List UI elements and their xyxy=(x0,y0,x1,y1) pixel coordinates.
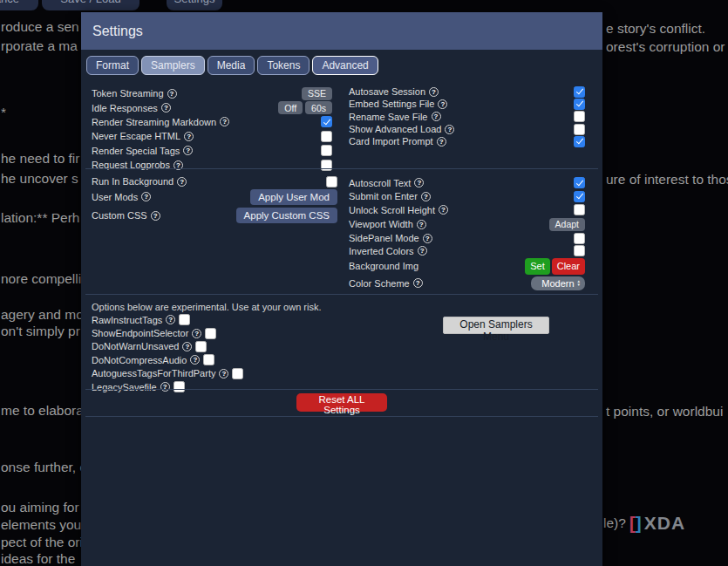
help-icon[interactable]: ? xyxy=(423,234,432,243)
setting-label: Background Img xyxy=(349,261,418,271)
autoguesstagsforthirdparty-checkbox[interactable] xyxy=(232,368,243,379)
help-icon[interactable]: ? xyxy=(160,382,170,392)
topnav-save-load-button[interactable]: Save / Load xyxy=(42,0,139,10)
tab-tokens[interactable]: Tokens xyxy=(257,56,310,75)
setting-row-autoguesstagsforthirdparty: AutoguessTagsForThirdParty ? xyxy=(92,367,405,380)
donotwarnunsaved-checkbox[interactable] xyxy=(195,341,207,352)
xda-bracket-right-icon: ] xyxy=(636,513,642,534)
apply-custom-css-button[interactable]: Apply Custom CSS xyxy=(236,208,337,223)
showendpointselector-checkbox[interactable] xyxy=(205,328,216,339)
help-icon[interactable]: ? xyxy=(183,146,193,155)
help-icon[interactable]: ? xyxy=(432,112,441,121)
help-icon[interactable]: ? xyxy=(417,220,426,229)
setting-label: Autosave Session xyxy=(349,86,425,97)
help-icon[interactable]: ? xyxy=(182,342,192,351)
help-icon[interactable]: ? xyxy=(161,103,171,113)
topnav-button-partial[interactable]: ance xyxy=(0,0,38,10)
bg-text-line: he uncover s xyxy=(1,171,78,187)
setting-label: AutoguessTagsForThirdParty xyxy=(92,368,215,378)
settings-modal: Settings Format Samplers Media Tokens Ad… xyxy=(81,12,602,566)
unlock-scroll-height-checkbox[interactable] xyxy=(574,204,585,215)
tab-samplers[interactable]: Samplers xyxy=(141,56,205,75)
setting-row-token-streaming: Token Streaming ? SSE xyxy=(92,86,332,100)
setting-row-background-img: Background Img Set Clear xyxy=(349,257,585,275)
help-icon[interactable]: ? xyxy=(151,211,160,221)
help-icon[interactable]: ? xyxy=(184,132,194,141)
bg-text-line: he need to fir xyxy=(1,151,79,167)
setting-label: DoNotCompressAudio xyxy=(92,355,187,365)
bg-text-line: ou aiming for xyxy=(1,500,79,515)
tab-advanced[interactable]: Advanced xyxy=(312,56,378,75)
bg-text-line: nore compellin xyxy=(1,271,89,287)
help-icon[interactable]: ? xyxy=(167,89,177,99)
submit-on-enter-checkbox[interactable] xyxy=(574,191,585,202)
help-icon[interactable]: ? xyxy=(220,117,229,126)
bg-text-line: agery and mo xyxy=(1,307,84,323)
background-img-clear-button[interactable]: Clear xyxy=(552,258,585,275)
autoscroll-text-checkbox[interactable] xyxy=(574,177,585,188)
show-advanced-load-checkbox[interactable] xyxy=(574,124,585,135)
idle-off-button[interactable]: Off xyxy=(278,101,303,114)
viewport-width-adapt-button[interactable]: Adapt xyxy=(549,218,585,231)
help-icon[interactable]: ? xyxy=(414,178,424,188)
color-scheme-select[interactable]: Modern ▲ ▼ xyxy=(531,276,585,290)
help-icon[interactable]: ? xyxy=(413,278,423,288)
setting-label: Run In Background xyxy=(92,176,173,187)
help-icon[interactable]: ? xyxy=(177,177,187,187)
render-special-tags-checkbox[interactable] xyxy=(321,145,332,156)
bg-text-line: on't simply pr xyxy=(1,324,80,339)
autosave-session-checkbox[interactable] xyxy=(574,86,585,98)
setting-row-show-advanced-load: Show Advanced Load ? xyxy=(349,123,585,135)
sidepanel-mode-checkbox[interactable] xyxy=(574,233,585,244)
help-icon[interactable]: ? xyxy=(219,369,228,378)
setting-row-render-streaming-markdown: Render Streaming Markdown ? xyxy=(92,115,332,129)
experimental-note: Options below are experimental. Use at y… xyxy=(92,302,322,312)
help-icon[interactable]: ? xyxy=(190,355,200,365)
help-icon[interactable]: ? xyxy=(439,205,448,215)
embed-settings-file-checkbox[interactable] xyxy=(574,99,585,110)
help-icon[interactable]: ? xyxy=(141,192,151,201)
inverted-colors-checkbox[interactable] xyxy=(574,245,585,256)
donotcompressaudio-checkbox[interactable] xyxy=(203,354,214,365)
help-icon[interactable]: ? xyxy=(192,329,201,338)
bg-text-line: me to elabora xyxy=(1,403,84,419)
bg-text-line: elements you' xyxy=(1,517,84,533)
render-streaming-markdown-checkbox[interactable] xyxy=(321,116,332,127)
setting-row-sidepanel-mode: SidePanel Mode ? xyxy=(349,232,585,245)
select-arrows-icon: ▲ ▼ xyxy=(577,280,581,287)
section-a-right: Autosave Session ? Embed Settings File ?… xyxy=(349,85,585,147)
apply-user-mod-button[interactable]: Apply User Mod xyxy=(250,189,337,205)
xda-logo-text: XDA xyxy=(644,513,685,534)
topnav-settings-button[interactable]: Settings xyxy=(167,0,222,10)
help-icon[interactable]: ? xyxy=(438,99,447,109)
never-escape-html-checkbox[interactable] xyxy=(321,131,332,142)
section-divider xyxy=(85,416,598,417)
help-icon[interactable]: ? xyxy=(429,87,439,97)
help-icon[interactable]: ? xyxy=(445,125,454,134)
reset-all-settings-button[interactable]: Reset ALL Settings xyxy=(296,393,387,412)
tab-format[interactable]: Format xyxy=(86,56,139,75)
setting-label: LegacySavefile xyxy=(92,382,157,392)
setting-row-unlock-scroll-height: Unlock Scroll Height ? xyxy=(349,203,585,217)
help-icon[interactable]: ? xyxy=(418,246,427,256)
help-icon[interactable]: ? xyxy=(421,192,431,201)
setting-label: Show Advanced Load xyxy=(349,124,441,134)
help-icon[interactable]: ? xyxy=(166,315,175,324)
legacysavefile-checkbox[interactable] xyxy=(173,381,185,392)
rename-save-file-checkbox[interactable] xyxy=(574,111,585,122)
idle-60s-button[interactable]: 60s xyxy=(305,101,332,114)
open-samplers-menu-button[interactable]: Open Samplers Menu xyxy=(443,317,549,334)
card-import-prompt-checkbox[interactable] xyxy=(574,136,585,147)
bg-text-line: e story's conflict. xyxy=(606,21,705,37)
run-in-background-checkbox[interactable] xyxy=(326,176,337,188)
setting-row-color-scheme: Color Scheme ? Modern ▲ ▼ xyxy=(349,275,585,291)
setting-row-viewport-width: Viewport Width ? Adapt xyxy=(349,217,585,232)
bg-text-line: roduce a sen xyxy=(1,19,79,35)
token-streaming-mode-button[interactable]: SSE xyxy=(302,87,332,100)
xda-bracket-left-icon: [ xyxy=(629,513,636,534)
rawinstructtags-checkbox[interactable] xyxy=(179,314,190,325)
background-img-set-button[interactable]: Set xyxy=(525,258,550,275)
tab-media[interactable]: Media xyxy=(208,56,255,75)
help-icon[interactable]: ? xyxy=(437,137,446,147)
setting-row-card-import-prompt: Card Import Prompt ? xyxy=(349,135,585,147)
